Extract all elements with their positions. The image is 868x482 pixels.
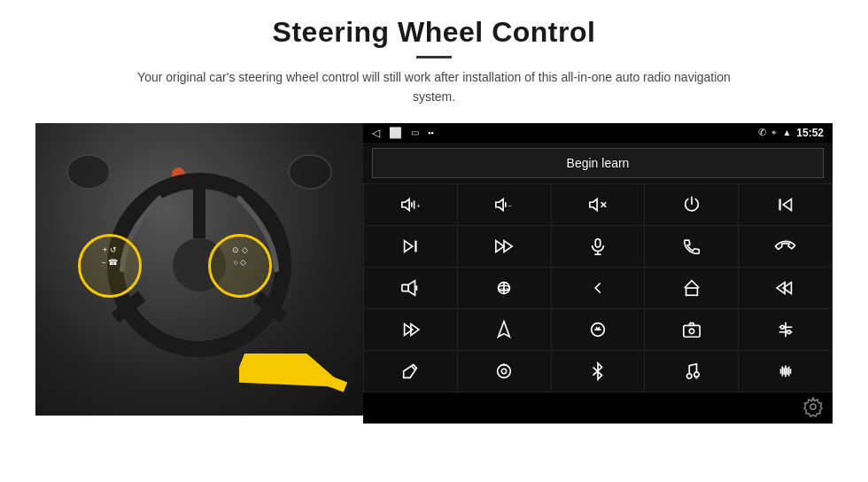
svg-rect-23 [595, 239, 601, 247]
subtitle: Your original car's steering wheel contr… [124, 67, 744, 107]
signal-icon: ▪▪ [428, 128, 433, 137]
360-ring-button[interactable] [458, 351, 551, 392]
home-button[interactable] [645, 268, 738, 308]
right-button-circle: ⊙ ◇ ○ ◇ [208, 234, 272, 298]
phone-button[interactable] [645, 226, 738, 267]
edit-button[interactable] [364, 351, 457, 392]
svg-rect-33 [686, 288, 697, 295]
settings-bar [363, 393, 833, 424]
location-status-icon: ⌖ [771, 128, 777, 138]
svg-point-49 [498, 364, 511, 377]
svg-marker-16 [783, 198, 791, 210]
speaker-button[interactable] [364, 268, 457, 308]
camera-button[interactable] [645, 309, 738, 350]
waveform-button[interactable] [739, 351, 832, 392]
skip-next-button[interactable] [364, 309, 457, 350]
svg-point-52 [686, 374, 692, 379]
phone-status-icon: ✆ [758, 127, 766, 138]
settings-button[interactable] [802, 396, 824, 420]
next-track-button[interactable] [364, 226, 457, 267]
svg-point-42 [689, 329, 694, 334]
svg-text:−: − [508, 201, 512, 209]
title-divider [416, 56, 452, 58]
svg-marker-6 [402, 198, 409, 210]
svg-text:+: + [417, 201, 421, 209]
yellow-arrow [239, 354, 354, 398]
svg-rect-41 [684, 325, 700, 337]
left-button-circle: + ↺ − ☎ [78, 234, 142, 298]
music-settings-button[interactable]: ⚙ [645, 351, 738, 392]
steering-background: + ↺ − ☎ ⊙ ◇ ○ ◇ [35, 123, 363, 416]
skip-back-button[interactable] [739, 268, 832, 308]
bluetooth-button[interactable] [552, 351, 645, 392]
gear-icon [802, 396, 824, 417]
recents-nav-icon[interactable]: ▭ [411, 128, 419, 137]
svg-marker-38 [499, 322, 510, 337]
content-area: + ↺ − ☎ ⊙ ◇ ○ ◇ [35, 123, 833, 416]
vol-mute-button[interactable] [552, 184, 645, 225]
equalizer-button[interactable] [552, 309, 645, 350]
vol-up-button[interactable]: + [364, 184, 457, 225]
svg-point-64 [810, 404, 816, 409]
android-panel: ◁ ⬜ ▭ ▪▪ ✆ ⌖ ▲ 15:52 Begin learn [363, 123, 833, 416]
status-bar-left: ◁ ⬜ ▭ ▪▪ [372, 127, 433, 139]
wifi-status-icon: ▲ [782, 128, 791, 137]
status-bar: ◁ ⬜ ▭ ▪▪ ✆ ⌖ ▲ 15:52 [363, 123, 833, 143]
svg-text:360°: 360° [501, 287, 510, 292]
power-button[interactable] [645, 184, 738, 225]
title-section: Steering Wheel Control Your original car… [124, 16, 744, 107]
status-time: 15:52 [796, 127, 824, 139]
svg-marker-13 [590, 198, 597, 210]
svg-marker-27 [409, 281, 415, 296]
home-nav-icon[interactable]: ⬜ [389, 127, 402, 139]
begin-learn-container: Begin learn [363, 143, 833, 183]
svg-point-47 [787, 330, 790, 334]
steering-wheel-image: + ↺ − ☎ ⊙ ◇ ○ ◇ [35, 123, 363, 416]
svg-point-46 [780, 325, 784, 329]
back-button[interactable] [552, 268, 645, 308]
page: Steering Wheel Control Your original car… [0, 0, 868, 482]
svg-point-51 [503, 363, 506, 366]
vol-down-button[interactable]: − [458, 184, 551, 225]
mic-button[interactable] [552, 226, 645, 267]
arrow-svg [239, 354, 354, 398]
prev-track-button[interactable] [739, 184, 832, 225]
page-title: Steering Wheel Control [124, 16, 744, 49]
hangup-button[interactable] [739, 226, 832, 267]
360-view-button[interactable]: 360° [458, 268, 551, 308]
svg-marker-10 [496, 198, 503, 210]
svg-marker-20 [496, 240, 504, 252]
svg-marker-18 [405, 240, 413, 252]
begin-learn-button[interactable]: Begin learn [372, 148, 824, 178]
svg-rect-26 [402, 284, 408, 291]
status-bar-right: ✆ ⌖ ▲ 15:52 [758, 127, 824, 139]
navigate-button[interactable] [458, 309, 551, 350]
tune-button[interactable] [739, 309, 832, 350]
fast-forward-button[interactable] [458, 226, 551, 267]
svg-point-50 [501, 369, 507, 374]
button-grid: + − [363, 183, 833, 393]
back-nav-icon[interactable]: ◁ [372, 127, 380, 139]
